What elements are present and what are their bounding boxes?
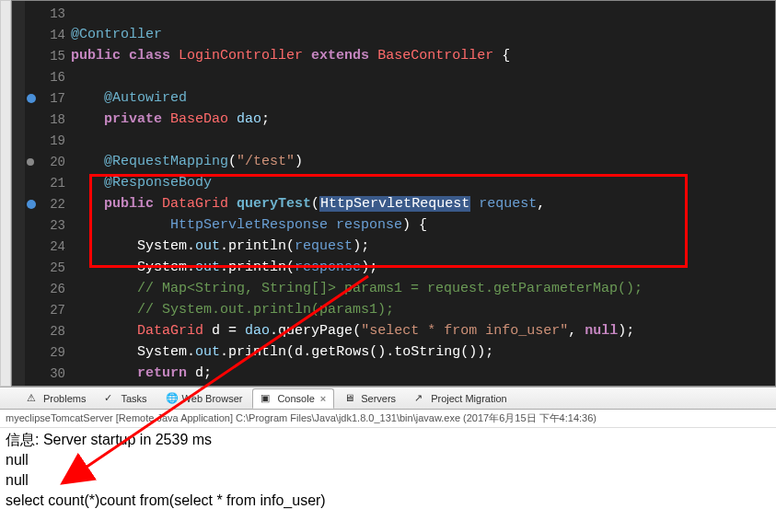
line-number: 19 — [25, 130, 71, 151]
code-line: public DataGrid queryTest(HttpServletReq… — [71, 193, 775, 214]
code-line: System.out.println(d.getRows().toString(… — [71, 341, 775, 363]
line-number: 13 — [25, 3, 71, 24]
code-line: @ResponseBody — [71, 172, 775, 193]
line-number: 24 — [25, 236, 71, 257]
tab-project-migration[interactable]: ↗Project Migration — [406, 388, 515, 409]
line-number: 14 — [25, 24, 71, 45]
line-number: 26 — [25, 278, 71, 299]
line-number: 25 — [25, 257, 71, 278]
line-number: 20 — [25, 151, 71, 172]
line-number: 22 — [25, 193, 71, 214]
code-line: @Controller — [71, 24, 775, 45]
line-number: 16 — [25, 66, 71, 87]
code-content[interactable]: @Controller public class LoginController… — [71, 1, 775, 386]
override-marker-icon — [27, 94, 36, 103]
code-line: // System.out.println(params1); — [71, 299, 775, 320]
tab-web-browser[interactable]: 🌐Web Browser — [157, 388, 251, 409]
line-number: 21 — [25, 172, 71, 193]
problems-icon: ⚠ — [27, 392, 40, 405]
views-tab-bar: ⚠Problems ✓Tasks 🌐Web Browser ▣Console× … — [0, 387, 776, 410]
code-line: return d; — [71, 363, 775, 384]
code-line: @RequestMapping("/test") — [71, 151, 775, 172]
bottom-panel: ⚠Problems ✓Tasks 🌐Web Browser ▣Console× … — [0, 387, 776, 532]
console-line: 信息: Server startup in 2539 ms — [6, 430, 770, 450]
left-ruler-strip — [0, 0, 11, 387]
fold-marker-icon — [27, 158, 34, 166]
code-line: System.out.println(request); — [71, 236, 775, 257]
code-line: HttpServletResponse response) { — [71, 214, 775, 236]
line-number: 23 — [25, 214, 71, 236]
migration-icon: ↗ — [414, 392, 427, 405]
code-line: @Autowired — [71, 87, 775, 109]
console-line: select count(*)count from(select * from … — [6, 491, 770, 511]
tab-problems[interactable]: ⚠Problems — [18, 388, 94, 409]
console-icon: ▣ — [261, 392, 273, 405]
line-number: 27 — [25, 299, 71, 320]
console-process-header: myeclipseTomcatServer [Remote Java Appli… — [0, 410, 776, 428]
tab-console[interactable]: ▣Console× — [252, 388, 334, 409]
line-number-gutter: 13 14 15 16 17 18 19 20 21 22 23 24 25 2… — [25, 1, 71, 386]
code-line: public class LoginController extends Bas… — [71, 45, 775, 66]
line-number: 15 — [25, 45, 71, 66]
code-line: DataGrid d = dao.queryPage("select * fro… — [71, 320, 775, 341]
code-editor[interactable]: 13 14 15 16 17 18 19 20 21 22 23 24 25 2… — [11, 0, 776, 387]
line-number: 28 — [25, 320, 71, 341]
servers-icon: 🖥 — [344, 392, 357, 405]
tab-tasks[interactable]: ✓Tasks — [96, 388, 155, 409]
code-line: private BaseDao dao; — [71, 109, 775, 130]
tasks-icon: ✓ — [104, 392, 117, 405]
code-line — [71, 3, 775, 24]
line-number: 29 — [25, 341, 71, 363]
console-line: null — [6, 470, 770, 491]
code-line: System.out.println(response); — [71, 257, 775, 278]
close-icon[interactable]: × — [320, 393, 326, 404]
console-line: null — [6, 450, 770, 470]
tab-servers[interactable]: 🖥Servers — [336, 388, 404, 409]
override-marker-icon — [27, 200, 36, 209]
globe-icon: 🌐 — [166, 392, 179, 405]
line-number: 18 — [25, 109, 71, 130]
console-output[interactable]: 信息: Server startup in 2539 ms null null … — [0, 428, 776, 513]
line-number: 30 — [25, 363, 71, 384]
line-number: 17 — [25, 87, 71, 109]
folding-ruler — [12, 1, 25, 386]
code-line — [71, 66, 775, 87]
code-line — [71, 130, 775, 151]
code-line: // Map<String, String[]> params1 = reque… — [71, 278, 775, 299]
